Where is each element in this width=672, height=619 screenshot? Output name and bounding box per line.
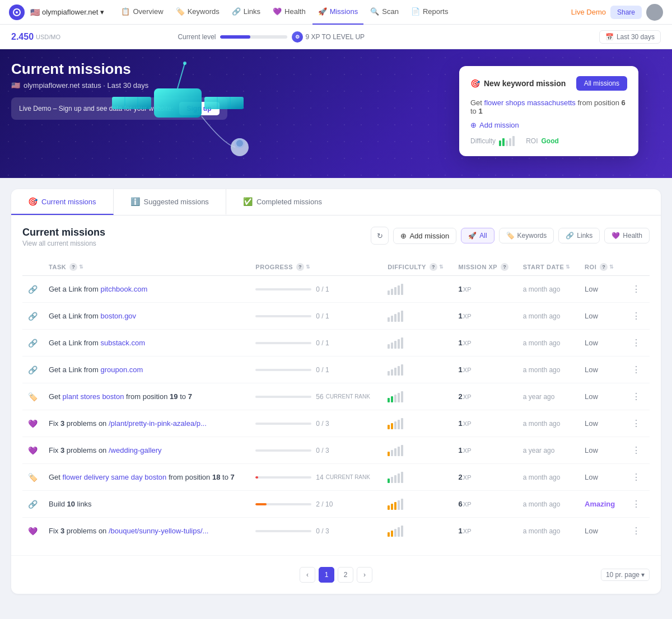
task-link[interactable]: boston.gov: [100, 312, 136, 320]
row-type-icon: 💜: [28, 527, 38, 536]
refresh-button[interactable]: ↻: [371, 227, 389, 245]
date-cell: a month ago: [517, 357, 579, 383]
row-more-button[interactable]: ⋮: [628, 498, 644, 510]
app-logo[interactable]: [9, 4, 25, 20]
prev-page-button[interactable]: ‹: [300, 567, 315, 583]
main-content: 🎯 Current missions ℹ️ Suggested missions…: [0, 178, 672, 605]
progress-cell: 0 / 3: [250, 518, 382, 545]
progress-cell: 0 / 1: [250, 330, 382, 357]
page-1-button[interactable]: 1: [319, 567, 334, 583]
difficulty-cell: [382, 303, 452, 330]
row-type-icon: 🏷️: [28, 473, 38, 482]
nav-missions[interactable]: 🚀 Missions: [312, 0, 364, 25]
all-missions-button[interactable]: All missions: [576, 76, 627, 91]
row-more-button[interactable]: ⋮: [628, 310, 644, 322]
svg-rect-2: [112, 97, 151, 109]
scan-icon: 🔍: [370, 7, 379, 16]
date-cell: a year ago: [517, 383, 579, 410]
page-2-button[interactable]: 2: [338, 567, 353, 583]
task-link[interactable]: substack.com: [100, 339, 144, 347]
nav-overview[interactable]: 📋 Overview: [115, 0, 169, 25]
progress-info-icon: ?: [296, 263, 304, 271]
row-type-icon: 🔗: [28, 500, 38, 509]
row-type-icon: 🏷️: [28, 392, 38, 401]
user-avatar[interactable]: [646, 4, 663, 21]
mission-keyword-link[interactable]: flower shops massachusetts: [484, 99, 576, 107]
roi-cell: Low: [579, 357, 623, 383]
table-row: 💜 Fix 3 problems on /plant/pretty-in-pin…: [22, 410, 650, 437]
table-title: Current missions: [22, 227, 105, 238]
task-cell: Build 10 links: [43, 491, 250, 518]
level-section: Current level ⚙ 9 XP TO LEVEL UP: [178, 31, 365, 43]
add-mission-button[interactable]: ⊕ Add mission: [393, 228, 456, 244]
filter-health-button[interactable]: 💜 Health: [604, 228, 650, 243]
task-cell: Get a Link from pitchbook.com: [43, 276, 250, 303]
table-head: TASK ? ⇅ PROGRESS ? ⇅: [22, 259, 650, 276]
row-type-icon: 🔗: [28, 339, 38, 348]
info-icon: ℹ️: [130, 197, 140, 206]
date-filter[interactable]: 📅 Last 30 days: [599, 30, 661, 44]
task-link[interactable]: /wedding-gallery: [109, 446, 162, 454]
difficulty-cell: [382, 518, 452, 545]
filter-keywords-button[interactable]: 🏷️ Keywords: [499, 228, 554, 243]
filter-links-button[interactable]: 🔗 Links: [558, 228, 600, 243]
share-button[interactable]: Share: [610, 6, 642, 19]
per-page-selector[interactable]: 10 pr. page ▾: [601, 569, 650, 581]
satellite-illustration: [112, 60, 269, 163]
xp-cell: 1XP: [453, 303, 517, 330]
task-cell: Fix 3 problems on /plant/pretty-in-pink-…: [43, 410, 250, 437]
roi-info-icon: ?: [600, 263, 608, 271]
filter-all-button[interactable]: 🚀 All: [461, 228, 494, 243]
row-more-button[interactable]: ⋮: [628, 283, 644, 296]
tab-suggested-missions[interactable]: ℹ️ Suggested missions: [114, 189, 226, 215]
level-label: Current level: [178, 33, 216, 41]
row-more-button[interactable]: ⋮: [628, 417, 644, 430]
site-selector[interactable]: 🇺🇸 olympiaflower.net ▾: [30, 8, 104, 17]
heart-icon: 💜: [612, 232, 620, 240]
col-xp[interactable]: MISSION XP ?: [453, 259, 517, 276]
col-roi[interactable]: ROI ? ⇅: [579, 259, 623, 276]
roi-cell: Low: [579, 437, 623, 464]
roi-cell: Low: [579, 518, 623, 545]
row-more-button[interactable]: ⋮: [628, 390, 644, 403]
row-more-button[interactable]: ⋮: [628, 336, 644, 349]
tab-current-missions[interactable]: 🎯 Current missions: [11, 189, 114, 215]
roi-cell: Low: [579, 383, 623, 410]
nav-links[interactable]: 🔗 Links: [226, 0, 266, 25]
task-link[interactable]: plant stores boston: [63, 392, 124, 401]
progress-cell: 0 / 1: [250, 303, 382, 330]
task-link[interactable]: pitchbook.com: [100, 285, 147, 293]
reports-icon: 📄: [411, 7, 420, 16]
main-nav: 📋 Overview 🏷️ Keywords 🔗 Links 💜 Health …: [115, 0, 571, 25]
table-row: 🏷️ Get plant stores boston from position…: [22, 383, 650, 410]
link-icon: 🔗: [566, 232, 574, 240]
table-header: Current missions View all current missio…: [22, 227, 650, 247]
row-more-button[interactable]: ⋮: [628, 471, 644, 484]
nav-scan[interactable]: 🔍 Scan: [365, 0, 404, 25]
per-page-dropdown[interactable]: 10 pr. page ▾: [601, 569, 650, 581]
date-cell: a month ago: [517, 518, 579, 545]
col-progress[interactable]: PROGRESS ? ⇅: [250, 259, 382, 276]
table-row: 🔗 Get a Link from groupon.com 0 / 1 1XP …: [22, 357, 650, 383]
table-row: 🔗 Get a Link from pitchbook.com 0 / 1 1X…: [22, 276, 650, 303]
col-task[interactable]: TASK ? ⇅: [43, 259, 250, 276]
task-link[interactable]: /plant/pretty-in-pink-azalea/p...: [109, 419, 207, 428]
add-mission-row[interactable]: ⊕ Add mission: [470, 121, 627, 129]
nav-keywords[interactable]: 🏷️ Keywords: [170, 0, 225, 25]
tab-completed-missions[interactable]: ✅ Completed missions: [226, 189, 339, 215]
nav-health[interactable]: 💜 Health: [267, 0, 311, 25]
col-date[interactable]: START DATE ⇅: [517, 259, 579, 276]
navbar-actions: Live Demo Share: [571, 4, 663, 21]
nav-reports[interactable]: 📄 Reports: [405, 0, 454, 25]
next-page-button[interactable]: ›: [357, 567, 372, 583]
row-more-button[interactable]: ⋮: [628, 363, 644, 376]
live-demo-link[interactable]: Live Demo: [571, 8, 606, 16]
row-more-button[interactable]: ⋮: [628, 444, 644, 457]
country-flag: 🇺🇸: [30, 8, 40, 17]
task-link[interactable]: groupon.com: [100, 365, 143, 374]
row-more-button[interactable]: ⋮: [628, 524, 644, 537]
task-link[interactable]: /bouquet/sunny-yellow-tulips/...: [109, 527, 208, 535]
task-link[interactable]: flower delivery same day boston: [63, 473, 167, 481]
table-subtitle: View all current missions: [22, 240, 105, 247]
col-difficulty[interactable]: DIFFICULTY ? ⇅: [382, 259, 452, 276]
